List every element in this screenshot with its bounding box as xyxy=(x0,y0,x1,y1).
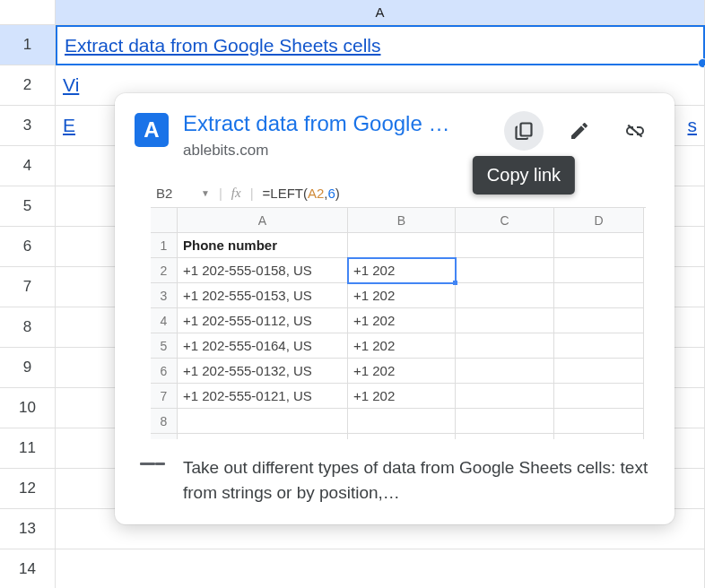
link-preview-card: A Extract data from Google … ablebits.co… xyxy=(115,93,675,524)
preview-formula-bar: B2 ▼ | fx | =LEFT(A2,6) xyxy=(151,179,646,208)
row-headers: 1 2 3 4 5 6 7 8 9 10 11 12 13 14 xyxy=(0,25,56,588)
card-title: Extract data from Google … xyxy=(183,111,483,136)
row-header[interactable]: 13 xyxy=(0,509,56,549)
row-header[interactable]: 1 xyxy=(0,25,56,65)
row-header[interactable]: 9 xyxy=(0,348,56,388)
description-icon xyxy=(140,455,165,467)
edit-link-button[interactable] xyxy=(560,111,599,151)
row-header[interactable]: 12 xyxy=(0,469,56,509)
card-title-block[interactable]: Extract data from Google … ablebits.com xyxy=(183,111,483,160)
copy-link-button[interactable]: Copy link xyxy=(504,111,544,151)
favicon: A xyxy=(135,113,169,147)
column-header-a[interactable]: A xyxy=(56,0,705,24)
svg-rect-1 xyxy=(628,125,643,138)
preview-formula: =LEFT(A2,6) xyxy=(263,186,340,201)
row-header[interactable]: 6 xyxy=(0,227,56,267)
row-header[interactable]: 11 xyxy=(0,428,56,469)
link-preview-image: B2 ▼ | fx | =LEFT(A2,6) ABCD1Phone numbe… xyxy=(151,179,646,439)
column-header-row: A xyxy=(0,0,705,25)
row-header[interactable]: 7 xyxy=(0,267,56,307)
preview-grid: ABCD1Phone number2+1 202-555-0158, US+1 … xyxy=(151,208,646,439)
row-header[interactable]: 10 xyxy=(0,388,56,428)
card-header: A Extract data from Google … ablebits.co… xyxy=(135,111,655,160)
row-header[interactable]: 8 xyxy=(0,307,56,348)
cell-a3-text-left: E xyxy=(63,115,75,136)
card-description-row: Take out different types of data from Go… xyxy=(135,455,655,505)
card-domain: ablebits.com xyxy=(183,142,483,160)
row-header[interactable]: 5 xyxy=(0,186,56,227)
row-header[interactable]: 2 xyxy=(0,65,56,106)
chevron-down-icon: ▼ xyxy=(201,188,210,198)
pencil-icon xyxy=(569,120,590,142)
remove-link-button[interactable] xyxy=(615,111,655,151)
card-description: Take out different types of data from Go… xyxy=(183,455,655,505)
copy-icon xyxy=(513,120,535,142)
cell-a1[interactable]: Extract data from Google Sheets cells xyxy=(56,25,705,65)
row-header[interactable]: 3 xyxy=(0,106,56,146)
unlink-icon xyxy=(624,120,646,142)
card-actions: Copy link xyxy=(504,111,655,151)
svg-rect-0 xyxy=(521,124,532,136)
cell-a3-text-right: s xyxy=(688,115,698,136)
row-header[interactable]: 4 xyxy=(0,146,56,186)
fx-icon: fx xyxy=(231,186,241,201)
cell-a14[interactable] xyxy=(56,549,705,588)
preview-cell-ref: B2 xyxy=(156,186,192,201)
select-all-corner[interactable] xyxy=(0,0,56,24)
row-header[interactable]: 14 xyxy=(0,549,56,588)
